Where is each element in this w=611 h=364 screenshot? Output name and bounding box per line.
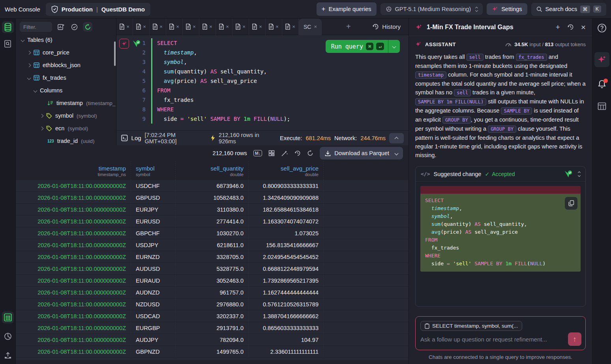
table-row[interactable]: 2026-01-08T18:11:00.000000000ZUSDCHF6873… — [16, 180, 409, 191]
table-row[interactable]: 2026-01-08T18:11:00.000000000ZGBPCHF1030… — [16, 227, 409, 239]
settings-button[interactable]: Settings — [487, 3, 527, 15]
table-row[interactable]: 2026-01-08T18:11:00.000000000ZEURJPY3110… — [16, 204, 409, 215]
close-icon[interactable]: × — [226, 24, 229, 30]
table-row[interactable]: 2026-01-08T18:11:00.000000000ZEURGBP2913… — [16, 322, 409, 334]
cell-sell-quantity[interactable]: 3052463.0 — [176, 275, 249, 286]
table-row[interactable]: 2026-01-08T18:11:00.000000000ZEURUSD2774… — [16, 216, 409, 227]
tables-group-row[interactable]: Tables (6) — [16, 34, 116, 46]
cell-symbol[interactable]: AUDUSD — [131, 263, 176, 274]
table-row[interactable]: 2026-01-08T18:11:00.000000000ZUSDCAD3202… — [16, 310, 409, 322]
column-item-ecn[interactable]: ecn (symbol) — [16, 122, 116, 135]
help-button[interactable] — [596, 22, 608, 34]
cell-sell-quantity[interactable]: 6218611.0 — [176, 239, 249, 251]
table-row[interactable]: 2026-01-08T18:11:00.000000000ZAUDJPY7820… — [16, 334, 409, 345]
new-chat-button[interactable]: + — [556, 23, 560, 32]
close-icon[interactable]: × — [314, 24, 317, 30]
cell-sell-quantity[interactable]: 3328705.0 — [176, 251, 249, 263]
table-row[interactable]: 2026-01-08T18:11:00.000000000ZGBPNZD1499… — [16, 346, 409, 357]
cell-sell-quantity[interactable]: 5328775.0 — [176, 263, 249, 274]
cell-sell-quantity[interactable]: 2976880.0 — [176, 298, 249, 310]
cell-sell-avg-price[interactable]: 1.1627444444444444 — [249, 287, 324, 298]
cell-sell-quantity[interactable]: 961757.0 — [176, 287, 249, 298]
cell-symbol[interactable]: GBPCHF — [131, 227, 176, 239]
cell-timestamp[interactable]: 2026-01-08T18:11:00.000000000Z — [16, 227, 131, 239]
cell-symbol[interactable]: EURAUD — [131, 275, 176, 286]
cell-timestamp[interactable]: 2026-01-08T18:11:00.000000000Z — [16, 287, 131, 298]
table-panel-button[interactable] — [596, 100, 608, 112]
close-chat-button[interactable]: × — [581, 23, 586, 32]
cell-timestamp[interactable]: 2026-01-08T18:11:00.000000000Z — [16, 239, 131, 251]
cell-timestamp[interactable]: 2026-01-08T18:11:00.000000000Z — [16, 192, 131, 203]
close-icon[interactable]: × — [159, 24, 163, 30]
collapse-log-button[interactable] — [389, 133, 404, 143]
cell-sell-avg-price[interactable]: 156.8135416666667 — [249, 239, 324, 251]
cell-symbol[interactable]: NZDUSD — [131, 298, 176, 310]
close-icon[interactable]: × — [276, 24, 279, 30]
editor-tab[interactable]: × — [266, 19, 282, 35]
check-circle-button[interactable] — [69, 22, 79, 32]
cell-sell-quantity[interactable]: 782094.0 — [176, 334, 249, 345]
download-parquet-button[interactable]: Download as Parquet — [320, 147, 403, 159]
table-row[interactable]: 2026-01-08T18:11:00.000000000ZEURNZD3328… — [16, 251, 409, 263]
notifications-button[interactable] — [596, 78, 608, 90]
cell-symbol[interactable]: EURUSD — [131, 216, 176, 227]
editor-tab[interactable]: × — [116, 19, 133, 35]
cell-symbol[interactable]: AUDJPY — [131, 334, 176, 345]
copy-code-button[interactable] — [565, 197, 577, 210]
close-icon[interactable]: × — [126, 24, 129, 30]
query-context-chip[interactable]: SELECT timestamp, symbol, sum(... — [420, 321, 522, 331]
cell-sell-quantity[interactable]: 1499765.0 — [176, 346, 249, 357]
cell-sell-avg-price[interactable]: 1.073025 — [249, 227, 324, 239]
cell-sell-avg-price[interactable]: 0.6688122448979594 — [249, 263, 324, 274]
cell-sell-avg-price[interactable]: 104.97 — [249, 334, 324, 345]
cell-sell-avg-price[interactable]: 1.3887041666666662 — [249, 310, 324, 322]
cell-symbol[interactable]: EURJPY — [131, 204, 176, 215]
column-item-trade-id[interactable]: 123 trade_id (uuid) — [16, 135, 116, 145]
column-header-sell-avg-price[interactable]: sell_avg_price double — [249, 161, 324, 180]
search-docs-button[interactable]: Search docs ⌘ K — [531, 3, 606, 16]
cell-timestamp[interactable]: 2026-01-08T18:11:00.000000000Z — [16, 216, 131, 227]
cell-sell-quantity[interactable]: 2774414.0 — [176, 216, 249, 227]
file-search-button[interactable] — [2, 38, 14, 50]
cell-sell-avg-price[interactable]: 2.0249545454545452 — [249, 251, 324, 263]
close-icon[interactable]: × — [242, 24, 246, 30]
editor-tab[interactable]: × — [183, 19, 199, 35]
cell-sell-avg-price[interactable]: 2.336011111111111 — [249, 346, 324, 357]
close-icon[interactable]: × — [292, 24, 295, 30]
cell-timestamp[interactable]: 2026-01-08T18:11:00.000000000Z — [16, 346, 131, 357]
table-row[interactable]: 2026-01-08T18:11:00.000000000ZAUDUSD5328… — [16, 263, 409, 274]
add-chart-button[interactable] — [56, 22, 66, 32]
cell-sell-avg-price[interactable]: 1.1633074074074072 — [249, 216, 324, 227]
filter-input[interactable] — [20, 22, 52, 32]
cell-sell-quantity[interactable]: 10582483.0 — [176, 192, 249, 203]
cell-timestamp[interactable]: 2026-01-08T18:11:00.000000000Z — [16, 298, 131, 310]
editor-tab[interactable]: × — [232, 19, 249, 35]
cell-symbol[interactable]: AUDNZD — [131, 287, 176, 298]
cell-sell-avg-price[interactable]: 1.7392869565217395 — [249, 275, 324, 286]
cell-symbol[interactable]: USDCHF — [131, 180, 176, 191]
cell-sell-quantity[interactable]: 3202337.0 — [176, 310, 249, 322]
chart-view-button[interactable] — [2, 330, 14, 342]
example-queries-button[interactable]: + Example queries — [317, 2, 377, 16]
table-row[interactable]: 2026-01-08T18:11:00.000000000ZAUDNZD9617… — [16, 287, 409, 298]
import-button[interactable] — [2, 349, 14, 361]
cell-symbol[interactable]: EURNZD — [131, 251, 176, 263]
close-icon[interactable]: × — [259, 24, 262, 30]
close-icon[interactable]: × — [209, 24, 212, 30]
history-button[interactable]: History — [368, 21, 405, 32]
chat-history-button[interactable] — [567, 24, 574, 30]
column-header-timestamp[interactable]: timestamp timestamp_ns — [16, 161, 131, 180]
close-icon[interactable]: × — [176, 24, 179, 30]
cell-timestamp[interactable]: 2026-01-08T18:11:00.000000000Z — [16, 180, 131, 191]
cell-sell-avg-price[interactable]: 182.65884615384618 — [249, 204, 324, 215]
table-row[interactable]: 2026-01-08T18:11:00.000000000ZEURAUD3052… — [16, 275, 409, 286]
cell-sell-avg-price[interactable]: 0.8009033333333331 — [249, 180, 324, 191]
cell-timestamp[interactable]: 2026-01-08T18:11:00.000000000Z — [16, 322, 131, 334]
copy-markdown-button[interactable]: M↓ — [253, 150, 262, 156]
close-icon[interactable]: × — [143, 24, 146, 30]
refresh-results-button[interactable] — [307, 150, 313, 156]
editor-tab[interactable]: × — [133, 19, 150, 35]
toggle-grid-button[interactable] — [268, 150, 275, 156]
cell-timestamp[interactable]: 2026-01-08T18:11:00.000000000Z — [16, 275, 131, 286]
cell-symbol[interactable]: USDJPY — [131, 239, 176, 251]
